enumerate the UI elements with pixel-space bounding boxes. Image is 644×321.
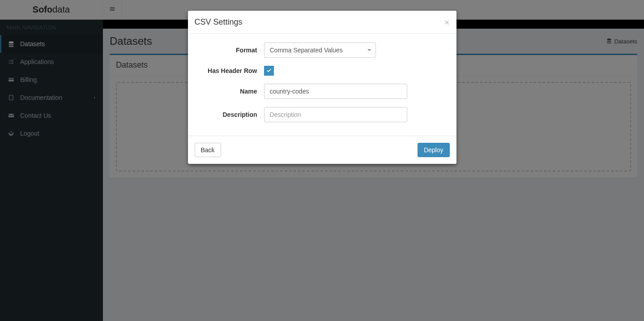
format-select[interactable]: Comma Separated Values: [264, 43, 376, 58]
name-input[interactable]: [264, 84, 407, 99]
deploy-button[interactable]: Deploy: [418, 143, 450, 157]
modal-close-button[interactable]: ×: [444, 18, 450, 27]
has-header-checkbox[interactable]: [264, 66, 274, 76]
name-label: Name: [195, 88, 264, 95]
modal-body: Format Comma Separated Values Has Header…: [188, 34, 456, 136]
close-icon: ×: [444, 17, 450, 27]
modal-footer: Back Deploy: [188, 136, 456, 164]
modal-header: CSV Settings ×: [188, 11, 456, 34]
format-selected-value: Comma Separated Values: [270, 47, 343, 54]
csv-settings-modal: CSV Settings × Format Comma Separated Va…: [188, 11, 456, 164]
caret-down-icon: [367, 49, 371, 51]
check-icon: [266, 67, 272, 74]
back-button[interactable]: Back: [195, 143, 221, 157]
modal-title: CSV Settings: [195, 17, 243, 27]
description-label: Description: [195, 111, 264, 118]
description-input[interactable]: [264, 107, 407, 122]
format-label: Format: [195, 47, 264, 54]
has-header-label: Has Header Row: [195, 67, 264, 74]
